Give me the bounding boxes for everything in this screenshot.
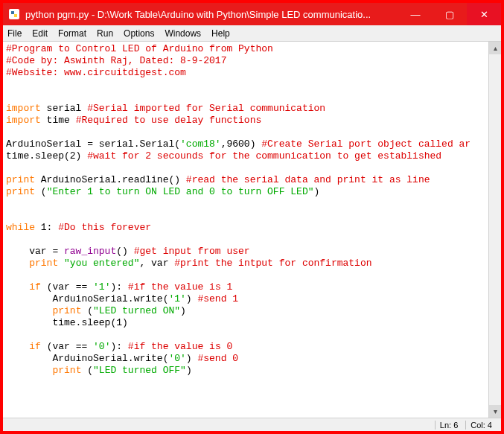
menu-edit[interactable]: Edit bbox=[32, 28, 48, 39]
code-editor[interactable]: #Program to Control LED of Arduino from … bbox=[3, 42, 488, 418]
status-line: Ln: 6 bbox=[435, 421, 462, 430]
menu-options[interactable]: Options bbox=[124, 28, 154, 39]
menu-windows[interactable]: Windows bbox=[165, 28, 201, 39]
menu-file[interactable]: File bbox=[7, 28, 22, 39]
menu-run[interactable]: Run bbox=[97, 28, 113, 39]
window-title: python pgm.py - D:\Work Table\Arduino wi… bbox=[25, 9, 398, 20]
close-button[interactable]: ✕ bbox=[467, 3, 501, 25]
minimize-button[interactable]: — bbox=[398, 3, 433, 25]
scroll-down-icon[interactable]: ▾ bbox=[489, 405, 501, 418]
scroll-up-icon[interactable]: ▴ bbox=[489, 42, 501, 54]
menubar: File Edit Format Run Options Windows Hel… bbox=[3, 25, 501, 42]
statusbar: Ln: 6 Col: 4 bbox=[3, 418, 501, 431]
maximize-button[interactable]: ▢ bbox=[433, 3, 467, 25]
menu-format[interactable]: Format bbox=[58, 28, 86, 39]
menu-help[interactable]: Help bbox=[211, 28, 230, 39]
python-idle-icon bbox=[7, 7, 21, 21]
titlebar: python pgm.py - D:\Work Table\Arduino wi… bbox=[3, 3, 501, 25]
status-column: Col: 4 bbox=[465, 421, 497, 430]
vertical-scrollbar[interactable]: ▴ ▾ bbox=[488, 42, 501, 418]
